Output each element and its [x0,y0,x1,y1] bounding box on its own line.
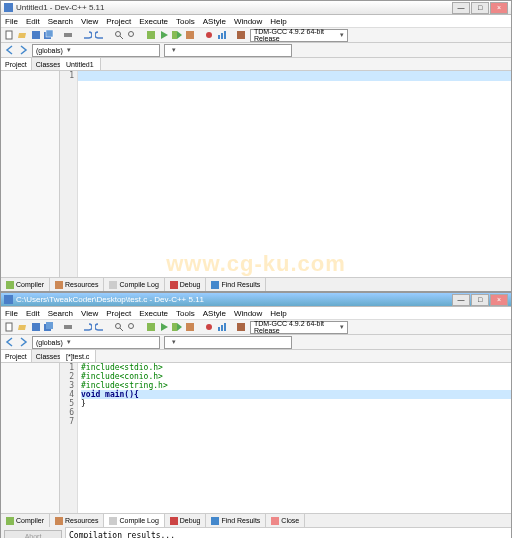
bottab-compiler[interactable]: Compiler [1,278,50,291]
editor-line[interactable] [78,71,511,81]
redo-icon[interactable] [94,29,106,41]
menu-project[interactable]: Project [106,17,131,26]
redo-icon[interactable] [94,321,106,333]
open-icon[interactable] [17,321,29,333]
run-icon[interactable] [158,321,170,333]
line-gutter: 1234567 [60,363,78,513]
bottab-findresults[interactable]: Find Results [206,278,266,291]
close-button[interactable]: × [490,2,508,14]
svg-rect-20 [64,325,72,329]
menu-edit[interactable]: Edit [26,17,40,26]
maximize-button[interactable]: □ [471,2,489,14]
find-icon[interactable] [113,321,125,333]
svg-rect-4 [64,33,72,37]
open-icon[interactable] [17,29,29,41]
bottab-compiler[interactable]: Compiler [1,514,50,527]
compile-run-icon[interactable] [171,29,183,41]
code-editor[interactable]: 1234567 #include<stdio.h>#include<conio.… [60,363,511,513]
svg-rect-31 [237,323,245,331]
menu-file[interactable]: File [5,309,18,318]
print-icon[interactable] [62,29,74,41]
menu-window[interactable]: Window [234,17,262,26]
rebuild-icon[interactable] [184,29,196,41]
run-icon[interactable] [158,29,170,41]
compiler-combo[interactable]: TDM-GCC 4.9.2 64-bit Release [250,29,348,42]
bottab-debug[interactable]: Debug [165,514,207,527]
menu-view[interactable]: View [81,17,98,26]
svg-rect-28 [218,327,220,331]
members-combo[interactable] [164,44,292,57]
svg-line-6 [120,36,123,39]
bottab-compilelog[interactable]: Compile Log [104,514,164,527]
side-panel: Project Classes Debug [1,350,60,513]
menu-execute[interactable]: Execute [139,309,168,318]
menu-window[interactable]: Window [234,309,262,318]
menu-search[interactable]: Search [48,17,73,26]
svg-rect-26 [186,323,194,331]
bottab-resources[interactable]: Resources [50,514,104,527]
doc-tab[interactable]: [*]test.c [60,350,96,362]
save-icon[interactable] [30,321,42,333]
print-icon[interactable] [62,321,74,333]
options-icon[interactable] [235,321,247,333]
replace-icon[interactable] [126,321,138,333]
menu-help[interactable]: Help [270,17,286,26]
tab-project[interactable]: Project [1,350,32,362]
menu-help[interactable]: Help [270,309,286,318]
undo-icon[interactable] [81,321,93,333]
minimize-button[interactable]: — [452,294,470,306]
bottab-findresults[interactable]: Find Results [206,514,266,527]
menu-view[interactable]: View [81,309,98,318]
abort-compilation-button[interactable]: Abort Compilation [4,530,62,538]
maximize-button[interactable]: □ [471,294,489,306]
undo-icon[interactable] [81,29,93,41]
menu-search[interactable]: Search [48,309,73,318]
svg-rect-15 [237,31,245,39]
menu-edit[interactable]: Edit [26,309,40,318]
tab-project[interactable]: Project [1,58,32,70]
toolbar-main: TDM-GCC 4.9.2 64-bit Release [1,320,511,335]
bottab-close[interactable]: Close [266,514,305,527]
profile-icon[interactable] [216,321,228,333]
forward-icon[interactable] [17,44,29,56]
back-icon[interactable] [4,336,16,348]
menu-tools[interactable]: Tools [176,309,195,318]
close-button[interactable]: × [490,294,508,306]
compile-run-icon[interactable] [171,321,183,333]
menu-tools[interactable]: Tools [176,17,195,26]
profile-icon[interactable] [216,29,228,41]
svg-rect-1 [32,31,40,39]
menu-file[interactable]: File [5,17,18,26]
bottab-debug[interactable]: Debug [165,278,207,291]
compile-icon[interactable] [145,29,157,41]
compiler-combo[interactable]: TDM-GCC 4.9.2 64-bit Release [250,321,348,334]
options-icon[interactable] [235,29,247,41]
bottab-compilelog[interactable]: Compile Log [104,278,164,291]
minimize-button[interactable]: — [452,2,470,14]
doc-tab[interactable]: Untitled1 [60,58,101,70]
menu-project[interactable]: Project [106,309,131,318]
line-gutter: 1 [60,71,78,277]
save-icon[interactable] [30,29,42,41]
menu-execute[interactable]: Execute [139,17,168,26]
bottab-resources[interactable]: Resources [50,278,104,291]
back-icon[interactable] [4,44,16,56]
find-icon[interactable] [113,29,125,41]
debug-icon[interactable] [203,321,215,333]
globals-combo[interactable]: (globals) [32,44,160,57]
debug-icon[interactable] [203,29,215,41]
svg-rect-29 [221,325,223,331]
members-combo[interactable] [164,336,292,349]
compile-icon[interactable] [145,321,157,333]
rebuild-icon[interactable] [184,321,196,333]
replace-icon[interactable] [126,29,138,41]
globals-combo[interactable]: (globals) [32,336,160,349]
new-icon[interactable] [4,29,16,41]
forward-icon[interactable] [17,336,29,348]
new-icon[interactable] [4,321,16,333]
menu-astyle[interactable]: AStyle [203,309,226,318]
saveall-icon[interactable] [43,321,55,333]
svg-rect-30 [224,323,226,331]
menu-astyle[interactable]: AStyle [203,17,226,26]
saveall-icon[interactable] [43,29,55,41]
